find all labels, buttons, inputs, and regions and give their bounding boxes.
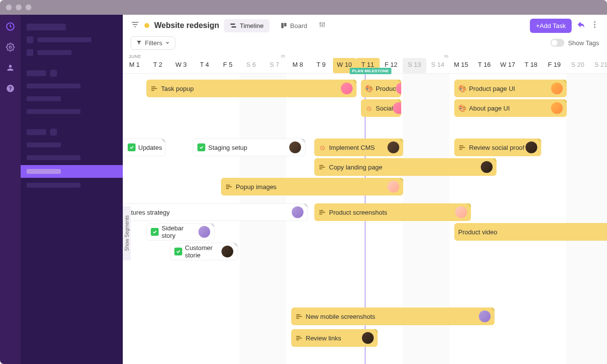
settings-icon[interactable]	[5, 42, 15, 52]
sidebar-item[interactable]	[27, 93, 117, 104]
day-cell[interactable]: M 8	[286, 58, 310, 73]
task-card[interactable]: Staging setup	[193, 139, 305, 156]
sidebar-item[interactable]	[27, 81, 117, 91]
task-card[interactable]: Popup images	[221, 178, 403, 196]
day-cell[interactable]: T 18	[520, 58, 543, 73]
day-cell[interactable]: S 735	[263, 58, 286, 73]
svg-rect-5	[232, 27, 236, 28]
day-cell[interactable]: W 3	[169, 58, 193, 73]
svg-rect-16	[151, 90, 154, 91]
svg-point-8	[319, 23, 321, 24]
task-card[interactable]: Updates	[123, 139, 166, 156]
day-cell[interactable]: S 13	[403, 58, 426, 73]
sidebar-item[interactable]	[27, 106, 117, 117]
sidebar-item[interactable]	[27, 180, 117, 191]
svg-rect-28	[319, 214, 322, 215]
day-cell[interactable]: T 16	[473, 58, 497, 73]
task-card[interactable]: Copy landing page	[314, 158, 497, 176]
more-icon[interactable]	[590, 20, 599, 31]
task-card[interactable]: Review social proof	[454, 139, 541, 156]
task-card[interactable]: Product video	[454, 223, 607, 241]
sidebar-item[interactable]	[27, 140, 117, 150]
sidebar-item[interactable]	[27, 152, 117, 163]
task-label: Sidebar story	[162, 224, 198, 239]
bars-icon	[318, 208, 326, 216]
tab-timeline[interactable]: Timeline	[224, 19, 270, 32]
corner-icon	[304, 204, 307, 208]
avatar	[551, 102, 563, 114]
svg-rect-4	[230, 24, 235, 25]
show-tags-toggle[interactable]: Show Tags	[551, 39, 599, 47]
minimize-icon[interactable]	[16, 4, 22, 10]
corner-icon	[301, 139, 305, 143]
tab-board[interactable]: Board	[275, 19, 313, 32]
day-cell[interactable]: S 6	[240, 58, 263, 73]
day-cell[interactable]: F 19	[543, 58, 566, 73]
day-cell[interactable]: T 4	[193, 58, 217, 73]
day-cell[interactable]: F 5	[216, 58, 240, 73]
sidebar-item-selected[interactable]	[21, 165, 123, 178]
corner-icon	[161, 139, 165, 143]
svg-rect-33	[296, 337, 302, 338]
day-cell[interactable]: W 17	[496, 58, 520, 73]
svg-rect-23	[226, 185, 230, 186]
svg-rect-22	[319, 168, 322, 169]
svg-rect-31	[296, 318, 299, 319]
block-icon: ⦸	[318, 143, 326, 151]
sidebar-item[interactable]	[27, 127, 117, 138]
help-icon[interactable]: ?	[5, 84, 15, 93]
logo-icon[interactable]	[5, 22, 15, 31]
bars-icon	[295, 334, 303, 342]
task-card[interactable]: atures strategy	[123, 203, 308, 221]
day-cell[interactable]: S 1436	[426, 58, 450, 73]
avatar	[292, 206, 304, 218]
task-card[interactable]: Review links	[291, 329, 378, 347]
sidebar-item[interactable]	[27, 22, 117, 32]
header: Website redesign Timeline Board +Add Tas…	[123, 15, 607, 32]
svg-rect-6	[281, 23, 284, 28]
filters-button[interactable]: Filters	[131, 36, 175, 50]
svg-rect-15	[151, 88, 157, 89]
close-icon[interactable]	[6, 4, 12, 10]
menu-icon[interactable]	[131, 20, 139, 31]
tasks-layer: Task popup🎨Produc🎨Product page UI⦸Social…	[123, 74, 607, 364]
svg-rect-20	[319, 165, 323, 166]
people-icon[interactable]	[5, 63, 15, 73]
add-task-button[interactable]: +Add Task	[530, 19, 572, 33]
show-tags-label: Show Tags	[568, 39, 599, 47]
task-label: Product video	[458, 228, 497, 236]
day-cell[interactable]: T 9	[309, 58, 333, 73]
maximize-icon[interactable]	[26, 4, 31, 10]
day-cell[interactable]: S 21	[589, 58, 607, 73]
task-card[interactable]: New mobile screenshots	[291, 308, 495, 325]
day-cell[interactable]: M 1	[123, 58, 146, 73]
sidebar-item[interactable]	[27, 68, 117, 79]
avatar	[221, 246, 233, 257]
avatar	[289, 141, 301, 153]
task-card[interactable]: Sidebar story	[146, 223, 215, 241]
task-card[interactable]: ⦸Social	[361, 99, 401, 117]
task-card[interactable]: Product screenshots	[314, 203, 471, 221]
task-card[interactable]: 🎨Product page UI	[454, 80, 567, 97]
show-segments-button[interactable]: Show Segments	[123, 206, 131, 260]
svg-point-1	[9, 46, 12, 49]
project-title: Website redesign	[154, 21, 219, 30]
milestone-badge: PLAN MILESTONE	[350, 68, 391, 74]
svg-point-10	[323, 23, 325, 24]
avatar	[396, 83, 401, 94]
adjust-icon[interactable]	[318, 21, 326, 30]
sidebar-item[interactable]	[27, 34, 117, 45]
share-icon[interactable]	[577, 20, 585, 31]
task-card[interactable]: ⦸Implement CMS	[314, 139, 403, 156]
sidebar-item[interactable]	[27, 47, 117, 58]
task-card[interactable]: 🎨About page UI	[454, 99, 567, 117]
day-cell[interactable]: M 15	[449, 58, 473, 73]
task-card[interactable]: Customer storie	[170, 243, 238, 260]
svg-text:?: ?	[9, 85, 12, 91]
day-cell[interactable]: S 20	[566, 58, 590, 73]
task-label: atures strategy	[128, 209, 170, 216]
task-card[interactable]: Task popup	[146, 80, 357, 97]
task-card[interactable]: 🎨Produc	[361, 80, 401, 97]
day-cell[interactable]: T 2	[146, 58, 170, 73]
bars-icon	[318, 163, 326, 171]
